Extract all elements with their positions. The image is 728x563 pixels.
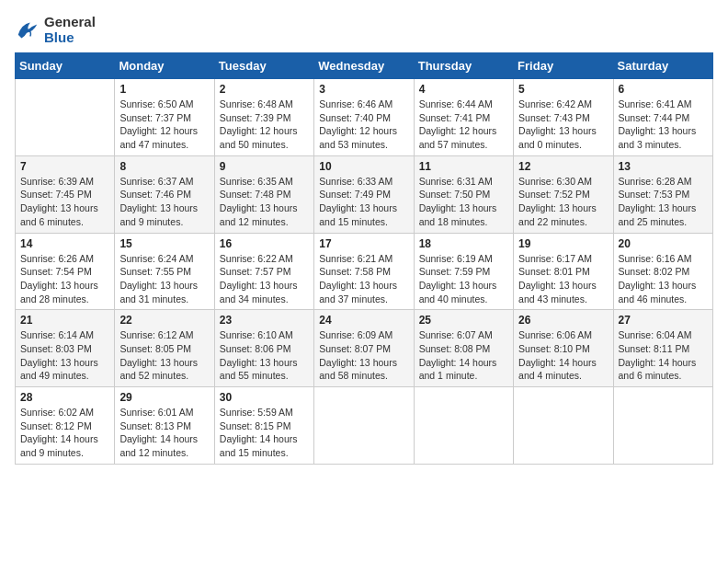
day-detail: Sunrise: 6:06 AMSunset: 8:10 PMDaylight:… (518, 328, 608, 383)
day-number: 3 (319, 83, 408, 96)
day-number: 28 (20, 391, 109, 404)
day-number: 26 (518, 314, 608, 327)
day-number: 24 (319, 314, 408, 327)
day-number: 17 (319, 237, 408, 250)
day-detail: Sunrise: 6:41 AMSunset: 7:44 PMDaylight:… (619, 98, 708, 152)
calendar-day-cell: 8Sunrise: 6:37 AMSunset: 7:46 PMDaylight… (115, 155, 214, 233)
day-detail: Sunrise: 6:12 AMSunset: 8:05 PMDaylight:… (119, 328, 209, 383)
day-detail: Sunrise: 5:59 AMSunset: 8:15 PMDaylight:… (220, 406, 309, 460)
day-detail: Sunrise: 6:24 AMSunset: 7:55 PMDaylight:… (119, 252, 209, 306)
day-detail: Sunrise: 6:37 AMSunset: 7:46 PMDaylight:… (119, 175, 209, 229)
day-number: 15 (119, 237, 209, 250)
weekday-header-cell: Sunday (16, 53, 115, 79)
calendar-table: SundayMondayTuesdayWednesdayThursdayFrid… (15, 52, 713, 465)
calendar-day-cell: 7Sunrise: 6:39 AMSunset: 7:45 PMDaylight… (16, 155, 115, 233)
calendar-day-cell: 4Sunrise: 6:44 AMSunset: 7:41 PMDaylight… (414, 79, 513, 156)
weekday-header-row: SundayMondayTuesdayWednesdayThursdayFrid… (16, 53, 713, 79)
day-number: 25 (419, 314, 508, 327)
calendar-day-cell: 27Sunrise: 6:04 AMSunset: 8:11 PMDayligh… (613, 310, 712, 387)
day-number: 6 (619, 83, 708, 96)
weekday-header-cell: Saturday (613, 53, 712, 79)
calendar-day-cell: 24Sunrise: 6:09 AMSunset: 8:07 PMDayligh… (314, 310, 414, 387)
calendar-day-cell: 25Sunrise: 6:07 AMSunset: 8:08 PMDayligh… (414, 310, 513, 387)
day-number: 5 (518, 83, 608, 96)
day-detail: Sunrise: 6:46 AMSunset: 7:40 PMDaylight:… (319, 98, 408, 152)
day-detail: Sunrise: 6:28 AMSunset: 7:53 PMDaylight:… (619, 175, 708, 229)
weekday-header-cell: Wednesday (314, 53, 414, 79)
calendar-day-cell: 14Sunrise: 6:26 AMSunset: 7:54 PMDayligh… (16, 233, 115, 310)
day-number: 10 (319, 160, 408, 173)
calendar-day-cell: 16Sunrise: 6:22 AMSunset: 7:57 PMDayligh… (214, 233, 313, 310)
calendar-day-cell: 11Sunrise: 6:31 AMSunset: 7:50 PMDayligh… (414, 155, 513, 233)
logo-bird-icon (15, 17, 40, 43)
day-number: 22 (119, 314, 209, 327)
calendar-week-row: 14Sunrise: 6:26 AMSunset: 7:54 PMDayligh… (16, 233, 713, 310)
calendar-day-cell: 29Sunrise: 6:01 AMSunset: 8:13 PMDayligh… (115, 387, 214, 465)
day-number: 8 (119, 160, 209, 173)
weekday-header-cell: Tuesday (214, 53, 313, 79)
day-number: 14 (20, 237, 109, 250)
calendar-day-cell: 6Sunrise: 6:41 AMSunset: 7:44 PMDaylight… (613, 79, 712, 156)
calendar-body: 1Sunrise: 6:50 AMSunset: 7:37 PMDaylight… (16, 79, 713, 465)
calendar-day-cell: 1Sunrise: 6:50 AMSunset: 7:37 PMDaylight… (115, 79, 214, 156)
day-detail: Sunrise: 6:10 AMSunset: 8:06 PMDaylight:… (220, 328, 309, 383)
calendar-day-cell: 30Sunrise: 5:59 AMSunset: 8:15 PMDayligh… (214, 387, 313, 465)
day-number: 2 (220, 83, 309, 96)
calendar-day-cell: 21Sunrise: 6:14 AMSunset: 8:03 PMDayligh… (16, 310, 115, 387)
day-number: 30 (220, 391, 309, 404)
day-detail: Sunrise: 6:31 AMSunset: 7:50 PMDaylight:… (419, 175, 508, 229)
logo-text: General Blue (44, 15, 96, 45)
day-number: 21 (20, 314, 109, 327)
day-detail: Sunrise: 6:07 AMSunset: 8:08 PMDaylight:… (419, 328, 508, 383)
calendar-day-cell (414, 387, 513, 465)
calendar-day-cell: 23Sunrise: 6:10 AMSunset: 8:06 PMDayligh… (214, 310, 313, 387)
calendar-week-row: 7Sunrise: 6:39 AMSunset: 7:45 PMDaylight… (16, 155, 713, 233)
day-number: 20 (619, 237, 708, 250)
day-detail: Sunrise: 6:19 AMSunset: 7:59 PMDaylight:… (419, 252, 508, 306)
day-detail: Sunrise: 6:44 AMSunset: 7:41 PMDaylight:… (419, 98, 508, 152)
day-number: 9 (220, 160, 309, 173)
calendar-day-cell: 26Sunrise: 6:06 AMSunset: 8:10 PMDayligh… (514, 310, 613, 387)
day-detail: Sunrise: 6:39 AMSunset: 7:45 PMDaylight:… (20, 175, 109, 229)
day-detail: Sunrise: 6:30 AMSunset: 7:52 PMDaylight:… (518, 175, 608, 229)
calendar-day-cell (613, 387, 712, 465)
day-detail: Sunrise: 6:50 AMSunset: 7:37 PMDaylight:… (119, 98, 209, 152)
calendar-day-cell: 10Sunrise: 6:33 AMSunset: 7:49 PMDayligh… (314, 155, 414, 233)
day-detail: Sunrise: 6:04 AMSunset: 8:11 PMDaylight:… (619, 328, 708, 383)
day-number: 7 (20, 160, 109, 173)
day-detail: Sunrise: 6:14 AMSunset: 8:03 PMDaylight:… (20, 328, 109, 383)
calendar-day-cell: 5Sunrise: 6:42 AMSunset: 7:43 PMDaylight… (514, 79, 613, 156)
day-number: 29 (119, 391, 209, 404)
day-number: 11 (419, 160, 508, 173)
calendar-day-cell: 17Sunrise: 6:21 AMSunset: 7:58 PMDayligh… (314, 233, 414, 310)
calendar-day-cell (514, 387, 613, 465)
calendar-day-cell: 2Sunrise: 6:48 AMSunset: 7:39 PMDaylight… (214, 79, 313, 156)
calendar-day-cell: 18Sunrise: 6:19 AMSunset: 7:59 PMDayligh… (414, 233, 513, 310)
day-detail: Sunrise: 6:26 AMSunset: 7:54 PMDaylight:… (20, 252, 109, 306)
day-detail: Sunrise: 6:35 AMSunset: 7:48 PMDaylight:… (220, 175, 309, 229)
day-detail: Sunrise: 6:21 AMSunset: 7:58 PMDaylight:… (319, 252, 408, 306)
day-detail: Sunrise: 6:16 AMSunset: 8:02 PMDaylight:… (619, 252, 708, 306)
calendar-week-row: 1Sunrise: 6:50 AMSunset: 7:37 PMDaylight… (16, 79, 713, 156)
weekday-header-cell: Thursday (414, 53, 513, 79)
calendar-day-cell: 28Sunrise: 6:02 AMSunset: 8:12 PMDayligh… (16, 387, 115, 465)
calendar-day-cell: 13Sunrise: 6:28 AMSunset: 7:53 PMDayligh… (613, 155, 712, 233)
calendar-day-cell: 22Sunrise: 6:12 AMSunset: 8:05 PMDayligh… (115, 310, 214, 387)
calendar-day-cell: 12Sunrise: 6:30 AMSunset: 7:52 PMDayligh… (514, 155, 613, 233)
day-number: 4 (419, 83, 508, 96)
day-number: 23 (220, 314, 309, 327)
day-detail: Sunrise: 6:33 AMSunset: 7:49 PMDaylight:… (319, 175, 408, 229)
day-detail: Sunrise: 6:17 AMSunset: 8:01 PMDaylight:… (518, 252, 608, 306)
weekday-header-cell: Monday (115, 53, 214, 79)
day-number: 27 (619, 314, 708, 327)
calendar-day-cell: 9Sunrise: 6:35 AMSunset: 7:48 PMDaylight… (214, 155, 313, 233)
day-detail: Sunrise: 6:48 AMSunset: 7:39 PMDaylight:… (220, 98, 309, 152)
day-detail: Sunrise: 6:01 AMSunset: 8:13 PMDaylight:… (119, 406, 209, 460)
page-header: General Blue (15, 15, 713, 45)
day-detail: Sunrise: 6:02 AMSunset: 8:12 PMDaylight:… (20, 406, 109, 460)
day-number: 13 (619, 160, 708, 173)
calendar-day-cell (16, 79, 115, 156)
calendar-day-cell: 3Sunrise: 6:46 AMSunset: 7:40 PMDaylight… (314, 79, 414, 156)
day-detail: Sunrise: 6:22 AMSunset: 7:57 PMDaylight:… (220, 252, 309, 306)
calendar-day-cell: 19Sunrise: 6:17 AMSunset: 8:01 PMDayligh… (514, 233, 613, 310)
